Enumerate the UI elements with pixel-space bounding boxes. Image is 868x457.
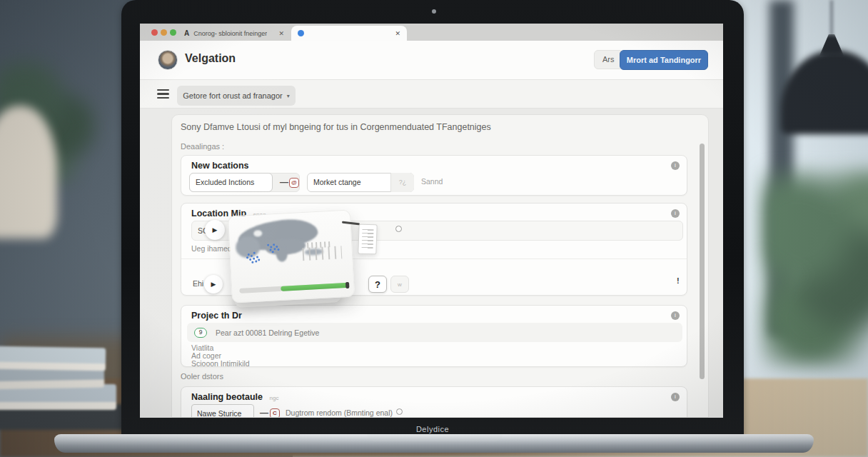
tab-label: Cnorog- sbloionit fneinger (193, 30, 267, 37)
map-progress-fill (281, 283, 348, 291)
status-text: Pear azt 00081 Delring Egetive (216, 328, 319, 337)
location-badge-icon: @ (289, 178, 299, 188)
document-lines (361, 229, 373, 251)
menu-icon[interactable] (157, 89, 169, 99)
tab-close-icon[interactable]: ✕ (395, 30, 400, 37)
card-title-text: Naaling beotaule (191, 392, 263, 402)
info-icon[interactable]: i (671, 161, 680, 170)
chevron-down-icon: ▾ (287, 93, 290, 99)
laptop-base (54, 434, 814, 453)
mailing-description: Dugtrom rendom (Bmnting enal) (286, 408, 393, 417)
help-button[interactable]: ? (368, 276, 387, 293)
avatar[interactable] (158, 50, 178, 70)
tab-active[interactable]: ✕ (291, 26, 407, 41)
settings-section-label: Deaalingas : (181, 142, 224, 151)
account-selector-label: Getore fort orust ad franagor (183, 91, 282, 100)
tab-favicon-letter: A (184, 29, 189, 37)
dash-separator: — (260, 408, 268, 418)
card-title: Naaling beotaule ngc (191, 392, 278, 402)
plant-right (761, 168, 868, 368)
primary-button[interactable]: Mrort ad Tandingorr (620, 50, 708, 70)
document-icon (358, 224, 377, 255)
browser-window: A Cnorog- sbloionit fneinger ✕ ✕ Velgati… (140, 24, 723, 418)
tab-favicon-dot (298, 30, 304, 36)
play-button[interactable]: ▶ (204, 275, 223, 293)
toolbar: Getore fort orust ad franagor ▾ (140, 80, 723, 109)
progress-cap (345, 282, 349, 288)
more-button[interactable]: w (390, 276, 409, 293)
map-subtext: Ueg ihamed (191, 244, 232, 253)
card-title: New bcations (191, 161, 249, 171)
status-bar: 9 Pear azt 00081 Delring Egetive (187, 323, 682, 342)
locations-combo-group: Excluded Inctions — @ (189, 173, 300, 192)
play-button[interactable]: ▶ (205, 220, 225, 240)
map-marker-cluster (267, 244, 269, 246)
laptop-brand: Delydice (121, 425, 744, 433)
scene: Delydice A Cnorog- sbloionit fneinger ✕ … (0, 0, 868, 457)
tab-inactive[interactable]: A Cnorog- sbloionit fneinger ✕ (180, 26, 288, 41)
progress-track (239, 283, 348, 293)
world-map (233, 214, 349, 268)
market-change-field[interactable]: Morket ctange ?¿ (307, 173, 414, 192)
app-header: Velgation Ars Mrort ad Tandingorr (140, 41, 723, 80)
account-selector-dropdown[interactable]: Getore fort orust ad franagor ▾ (177, 86, 296, 106)
field-suffix-icon: ?¿ (390, 173, 414, 192)
close-window-button[interactable] (151, 29, 158, 36)
info-icon[interactable]: i (671, 311, 680, 320)
tab-strip: A Cnorog- sbloionit fneinger ✕ ✕ (140, 24, 723, 41)
zoom-window-button[interactable] (170, 29, 176, 36)
dash-separator: — (280, 177, 288, 187)
row2-label: Ehi (193, 279, 203, 288)
secondary-button[interactable]: Ars (594, 50, 623, 69)
detail-line: Sciooon Intimikild (191, 359, 250, 368)
side-hint-text: Sannd (421, 177, 443, 186)
webcam-dot (432, 9, 436, 14)
status-badge-icon: 9 (194, 328, 207, 338)
card-title-note: ngc (270, 395, 279, 401)
card-project: Projec th Dr i 9 Pear azt 00081 Delring … (181, 305, 687, 367)
excluded-locations-select[interactable]: Excluded Inctions (189, 173, 273, 192)
other-section-label: Ooler dstors (181, 372, 223, 381)
radio-button[interactable] (395, 226, 402, 232)
page-heading: Sony Dfamve Ltousi of myl bngeing for tu… (181, 122, 491, 132)
map-landmass (276, 246, 288, 262)
text-cursor-mark: ! (677, 276, 680, 285)
info-icon[interactable]: i (671, 209, 680, 218)
card-title: Projec th Dr (191, 311, 242, 321)
map-popup (228, 210, 355, 303)
skyline-sketch (300, 246, 342, 261)
book (0, 346, 106, 371)
card-new-locations: New bcations i Excluded Inctions — @ Mor… (181, 155, 687, 196)
card-mailing: Naaling beotaule ngc i Nawe Sturice — C … (181, 386, 687, 418)
mailing-badge-icon: C (270, 408, 280, 418)
name-source-input[interactable]: Nawe Sturice (191, 404, 254, 418)
radio-button[interactable] (396, 408, 403, 415)
scrollbar-thumb[interactable] (700, 144, 705, 379)
info-icon[interactable]: i (671, 393, 680, 401)
laptop-base-notch (367, 434, 503, 441)
content-area: Sony Dfamve Ltousi of myl bngeing for tu… (140, 109, 723, 418)
page-title: Velgation (185, 52, 236, 65)
minimize-window-button[interactable] (161, 29, 167, 36)
tab-close-icon[interactable]: ✕ (278, 30, 284, 37)
